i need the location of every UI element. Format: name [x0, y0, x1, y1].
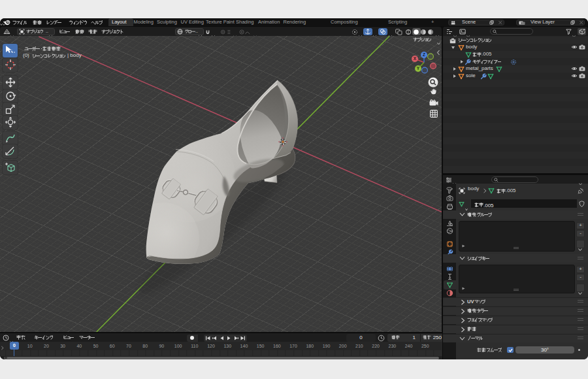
svg-text:Z: Z: [423, 52, 425, 57]
svg-text:Y: Y: [417, 66, 420, 71]
svg-text:X: X: [414, 56, 417, 61]
